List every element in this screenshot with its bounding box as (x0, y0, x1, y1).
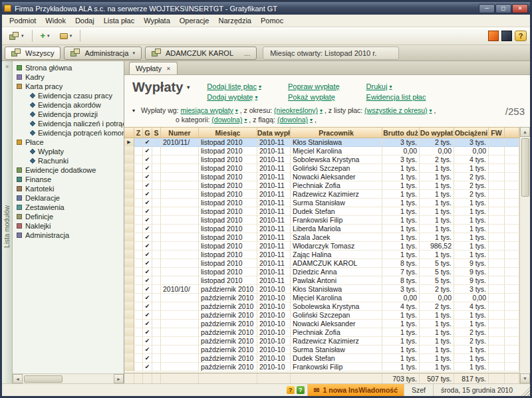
table-row[interactable]: ✔październik 20102010-10Sobolewska Kryst… (124, 302, 519, 311)
table-row[interactable]: ✔listopad 20102010-11Dziedzic Anna7 tys.… (124, 268, 519, 276)
table-row[interactable]: ✔listopad 20102010-11Liberda Mariola1 ty… (124, 225, 519, 233)
scrollbar-thumb[interactable] (521, 138, 529, 197)
menu-item-pomoc[interactable]: Pomoc (256, 15, 288, 26)
sidebar-item-ewidencja-czasu-pracy[interactable]: Ewidencja czasu pracy (13, 91, 124, 100)
table-row[interactable]: ✔październik 20102010-10Surma Stanisław1… (124, 346, 519, 354)
sidebar-item-rachunki[interactable]: Rachunki (13, 156, 124, 165)
column-header-z[interactable]: Z (134, 128, 143, 138)
table-vertical-scrollbar[interactable]: ▲ ▼ (519, 127, 530, 383)
table-row[interactable]: ✔listopad 20102010-11Piechniak Zofia1 ty… (124, 181, 519, 190)
scroll-left-icon[interactable]: ◄ (13, 374, 23, 383)
maximize-button[interactable]: ◻ (495, 4, 511, 13)
sidebar-item-naklejki[interactable]: Naklejki (13, 221, 124, 231)
modules-strip[interactable]: » Lista modułów (2, 61, 13, 383)
modules-menu-button[interactable]: ▾ (5, 29, 28, 43)
cube-icon[interactable] (501, 31, 512, 41)
sidebar-item-finanse[interactable]: Finanse (13, 175, 124, 184)
sidebar-item-kadry[interactable]: Kadry (13, 72, 124, 82)
column-header-pracownik[interactable]: Pracownik (291, 128, 382, 138)
close-button[interactable]: ✕ (512, 4, 528, 13)
add-menu-button[interactable]: + ▾ (37, 29, 54, 43)
scroll-down-icon[interactable]: ▼ (520, 373, 530, 383)
table-row[interactable]: ✔październik 20102010-10Piechniak Zofia1… (124, 328, 519, 337)
filter-link-miesiąca-wypłaty[interactable]: miesiąca wypłaty▾ (180, 106, 237, 114)
sidebar-item-deklaracje[interactable]: Deklaracje (13, 193, 124, 203)
filter-link-dowolna[interactable]: (dowolna)▾ (277, 116, 313, 124)
link-pokaż-wypłatę[interactable]: Pokaż wypłatę (288, 93, 340, 101)
sidebar-item-płace[interactable]: Płace (13, 138, 124, 147)
sidebar-item-strona-główna[interactable]: Strona główna (13, 63, 124, 72)
new-message-badge[interactable]: ✉ 1 nowa InsWiadomość (307, 384, 404, 396)
sidebar-item-ewidencja-prowizji[interactable]: Ewidencja prowizji (13, 110, 124, 119)
table-row[interactable]: ✔listopad 20102010-11Mięciel Karolina0,0… (124, 147, 519, 155)
table-row[interactable]: ✔listopad 20102010-11ADAMCZUK KAROL8 tys… (124, 259, 519, 268)
sidebar-item-definicje[interactable]: Definicje (13, 212, 124, 221)
column-header-numer[interactable]: Numer (161, 128, 199, 138)
column-header-miesiąc[interactable]: Miesiąc (199, 128, 257, 138)
title-bar[interactable]: Firma Przykładowa ALA s.c. na serwerze W… (2, 2, 530, 15)
nav-tab-adamczuk-karol[interactable]: ADAMCZUK KAROL ... (145, 47, 257, 60)
filter-link-wszystkie-z-okresu[interactable]: (wszystkie z okresu)▾ (364, 106, 432, 114)
table-row[interactable]: ✔październik 20102010-10Goliński Szczepa… (124, 311, 519, 320)
column-header-obciążeni[interactable]: Obciążeni (454, 128, 489, 138)
nav-tab-administracja[interactable]: Administracja ▾ (64, 47, 142, 60)
table-row[interactable]: ✔listopad 20102010-11Goliński Szczepan1 … (124, 164, 519, 173)
status-warning-icon[interactable]: ? (287, 386, 295, 394)
table-row[interactable]: ✔listopad 20102010-11Szala Jacek1 tys.1 … (124, 233, 519, 242)
table-row[interactable]: ✔październik 20102010-10Radzewicz Kazimi… (124, 337, 519, 346)
sidebar-item-ewidencje-dodatkowe[interactable]: Ewidencje dodatkowe (13, 165, 124, 175)
menu-item-widok[interactable]: Widok (41, 15, 70, 26)
table-row[interactable]: ✔listopad 20102010-11Radzewicz Kazimierz… (124, 190, 519, 199)
sidebar-item-zestawienia[interactable]: Zestawienia (13, 203, 124, 212)
scrollbar-thumb[interactable] (24, 375, 63, 383)
menu-item-dodaj[interactable]: Dodaj (70, 15, 99, 26)
sidebar-item-kartoteki[interactable]: Kartoteki (13, 184, 124, 193)
column-header-g[interactable]: G (143, 128, 152, 138)
column-header-fw[interactable]: FW (489, 128, 505, 138)
table-row[interactable]: ✔październik 20102010-10Nowacki Aleksand… (124, 320, 519, 328)
menu-item-wypłata[interactable]: Wypłata (139, 15, 175, 26)
menu-item-podmiot[interactable]: Podmiot (5, 15, 41, 26)
menu-item-narzędzia[interactable]: Narzędzia (213, 15, 256, 26)
resize-grip[interactable] (520, 384, 530, 396)
link-popraw-wypłatę[interactable]: Popraw wypłatę (288, 82, 340, 90)
column-header-s[interactable]: S (152, 128, 161, 138)
scroll-right-icon[interactable]: ► (114, 374, 124, 383)
table-row[interactable]: ▶✔2010/11/listopad 20102010-11Kłos Stani… (124, 138, 519, 147)
sidebar-item-ewidencja-potrąceń-komorni[interactable]: Ewidencja potrąceń komorni (13, 128, 124, 138)
minimize-button[interactable]: ─ (479, 4, 495, 13)
sidebar-item-ewidencja-akordów[interactable]: Ewidencja akordów (13, 100, 124, 110)
link-dodaj-wypłatę[interactable]: Dodaj wypłatę▾ (207, 93, 261, 101)
column-header-do-wypłat[interactable]: Do wypłat (420, 128, 454, 138)
help-button[interactable]: ? (515, 31, 527, 41)
menu-item-lista-płac[interactable]: Lista płac (99, 15, 139, 26)
sidebar-horizontal-scrollbar[interactable]: ◄ ► (13, 373, 124, 383)
status-question-icon[interactable]: ? (297, 386, 305, 394)
table-row[interactable]: ✔listopad 20102010-11Dudek Stefan1 tys.1… (124, 207, 519, 216)
table-row[interactable]: ✔listopad 20102010-11Pawlak Antoni8 tys.… (124, 276, 519, 285)
sidebar-item-wypłaty[interactable]: Wypłaty (13, 147, 124, 156)
insert-logo-icon[interactable] (488, 31, 499, 41)
table-row[interactable]: ✔październik 20102010-10Frankowski Filip… (124, 363, 519, 371)
ellipsis-icon[interactable]: ... (244, 49, 250, 57)
menu-item-operacje[interactable]: Operacje (175, 15, 214, 26)
close-tab-icon[interactable]: ✕ (166, 66, 171, 72)
link-ewidencja-list-płac[interactable]: Ewidencja list płac (366, 93, 426, 101)
column-header-data-wypł[interactable]: Data wypł (257, 128, 291, 138)
table-row[interactable]: ✔listopad 20102010-11Sobolewska Krystyna… (124, 155, 519, 164)
link-drukuj[interactable]: Drukuj▾ (366, 82, 426, 90)
table-row[interactable]: ✔listopad 20102010-11Surma Stanisław1 ty… (124, 199, 519, 207)
filter-collapse-toggle[interactable]: ▾ (132, 108, 135, 114)
table-row[interactable]: ✔październik 20102010-10Dudek Stefan1 ty… (124, 354, 519, 363)
open-menu-button[interactable]: ▾ (56, 29, 76, 43)
filter-link-nieokreślony[interactable]: (nieokreślony)▾ (274, 106, 323, 114)
table-row[interactable]: ✔listopad 20102010-11Włodarczyk Tomasz1 … (124, 242, 519, 250)
table-row[interactable]: ✔listopad 20102010-11Frankowski Filip1 t… (124, 216, 519, 225)
filter-link-dowolna[interactable]: (dowolna)▾ (211, 116, 247, 124)
table-row[interactable]: ✔2010/10/październik 20102010-10Kłos Sta… (124, 285, 519, 294)
tab-wyplaty[interactable]: Wypłaty ✕ (129, 62, 178, 74)
nav-tab-wszyscy[interactable]: Wszyscy (5, 47, 61, 60)
table-row[interactable]: ✔listopad 20102010-11Nowacki Aleksander1… (124, 173, 519, 181)
sidebar-item-administracja[interactable]: Administracja (13, 231, 124, 240)
scroll-up-icon[interactable]: ▲ (520, 127, 530, 137)
